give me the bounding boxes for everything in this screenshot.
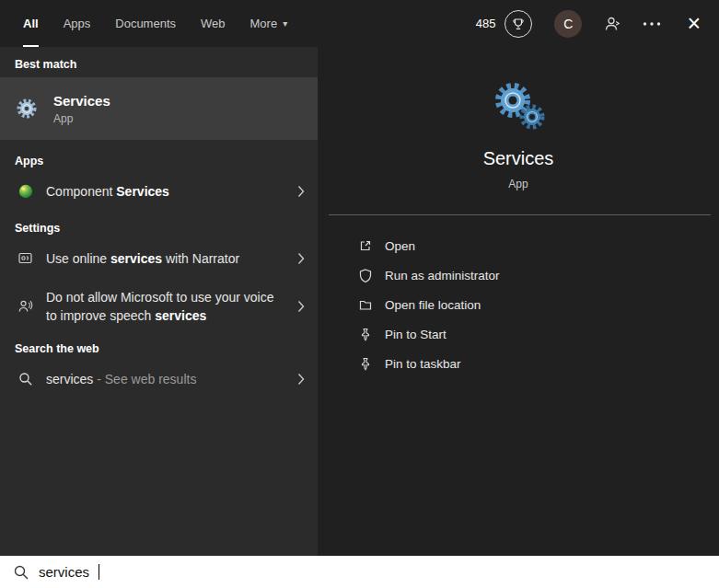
result-label-pre: services <box>46 372 97 386</box>
action-run-as-administrator[interactable]: Run as administrator <box>318 260 719 290</box>
action-pin-to-start[interactable]: Pin to Start <box>318 319 719 349</box>
action-label: Open <box>385 239 415 253</box>
preview-title: Services <box>483 148 554 169</box>
search-web-header: Search the web <box>15 342 318 355</box>
result-label: services - See web results <box>46 370 278 388</box>
result-label-bold: services <box>110 251 162 266</box>
result-label-bold: Services <box>116 184 169 199</box>
search-bar[interactable]: services <box>0 556 719 588</box>
best-match-header: Best match <box>15 47 318 71</box>
result-web-search[interactable]: services - See web results <box>0 361 318 398</box>
chevron-right-icon[interactable] <box>297 373 307 386</box>
result-label-pre: Component <box>46 184 116 199</box>
tab-apps[interactable]: Apps <box>64 0 91 47</box>
action-label: Run as administrator <box>385 269 500 282</box>
results-panel: Best match Services App Apps <box>0 47 318 556</box>
tab-web[interactable]: Web <box>201 0 226 47</box>
folder-icon <box>357 297 374 312</box>
services-gear-icon <box>15 97 39 121</box>
more-options-icon[interactable] <box>643 22 661 26</box>
result-label-post: with Narrator <box>162 251 239 266</box>
component-services-icon <box>15 183 37 200</box>
result-component-services[interactable]: Component Services <box>0 173 318 210</box>
services-app-icon <box>485 78 551 132</box>
tab-all[interactable]: All <box>23 0 39 47</box>
action-label: Pin to Start <box>385 328 446 341</box>
result-speech-services[interactable]: Do not allow Microsoft to use your voice… <box>0 282 318 330</box>
result-label: Component Services <box>46 182 278 201</box>
action-open-file-location[interactable]: Open file location <box>318 290 719 319</box>
open-icon <box>357 238 374 253</box>
chevron-down-icon: ▾ <box>283 18 287 29</box>
tab-all-label: All <box>23 17 39 30</box>
apps-header: Apps <box>15 155 318 167</box>
tab-web-label: Web <box>201 17 226 30</box>
avatar[interactable]: C <box>554 10 582 38</box>
search-icon <box>13 564 29 581</box>
result-label: Use online services with Narrator <box>46 249 278 268</box>
tab-documents[interactable]: Documents <box>115 0 176 47</box>
topbar-actions: 485 C <box>476 0 719 47</box>
rewards-points: 485 <box>476 17 496 30</box>
divider <box>329 214 711 215</box>
tab-more-label: More <box>250 17 278 30</box>
settings-header: Settings <box>15 222 318 235</box>
avatar-initial: C <box>563 17 573 31</box>
filter-tabs: All Apps Documents Web More ▾ <box>0 0 287 47</box>
search-topbar: All Apps Documents Web More ▾ 485 <box>0 0 719 47</box>
result-narrator-services[interactable]: Use online services with Narrator <box>0 240 318 277</box>
windows-search-flyout: All Apps Documents Web More ▾ 485 <box>0 0 719 588</box>
context-actions: Open Run as administrator Open file loca… <box>318 231 719 378</box>
pin-icon <box>357 356 374 371</box>
pin-icon <box>357 327 374 341</box>
user-accounts-icon[interactable] <box>604 16 620 32</box>
tab-documents-label: Documents <box>115 17 176 30</box>
trophy-icon <box>504 10 532 38</box>
close-icon[interactable]: × <box>683 12 704 35</box>
result-label-bold: services <box>155 308 206 323</box>
action-pin-to-taskbar[interactable]: Pin to taskbar <box>318 349 719 378</box>
best-match-subtitle: App <box>53 112 110 125</box>
chevron-right-icon[interactable] <box>297 300 307 313</box>
shield-icon <box>357 268 374 282</box>
preview-panel: Services App Open Run as admi <box>318 47 719 556</box>
chevron-right-icon[interactable] <box>297 252 307 265</box>
best-match-title: Services <box>53 93 110 109</box>
text-cursor <box>99 564 99 580</box>
result-label-dim: - See web results <box>97 372 196 386</box>
search-icon <box>15 372 37 386</box>
result-label-pre: Use online <box>46 251 110 266</box>
tab-more[interactable]: More ▾ <box>250 0 288 47</box>
best-match-text: Services App <box>53 93 110 125</box>
action-label: Open file location <box>385 298 481 312</box>
narrator-icon <box>15 250 37 267</box>
rewards-button[interactable]: 485 <box>476 10 533 38</box>
search-input[interactable]: services <box>39 564 89 580</box>
action-open[interactable]: Open <box>318 231 719 260</box>
tab-apps-label: Apps <box>64 17 91 30</box>
speech-icon <box>15 298 37 315</box>
chevron-right-icon[interactable] <box>297 185 307 198</box>
preview-subtitle: App <box>508 178 528 190</box>
best-match-item[interactable]: Services App <box>0 77 318 140</box>
result-label: Do not allow Microsoft to use your voice… <box>46 288 278 325</box>
action-label: Pin to taskbar <box>385 357 461 371</box>
